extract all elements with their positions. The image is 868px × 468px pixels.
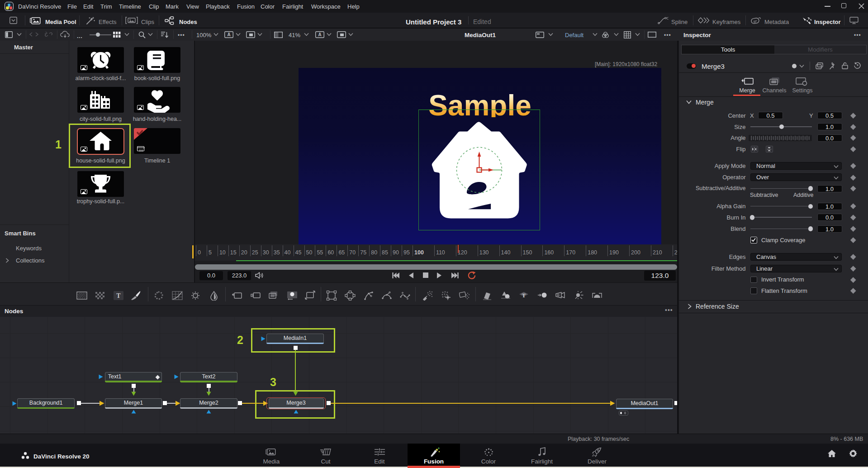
svg-text:A: A <box>318 32 321 37</box>
svg-text:T: T <box>116 292 121 299</box>
svg-text:T: T <box>522 292 526 299</box>
svg-text:A: A <box>227 32 230 37</box>
